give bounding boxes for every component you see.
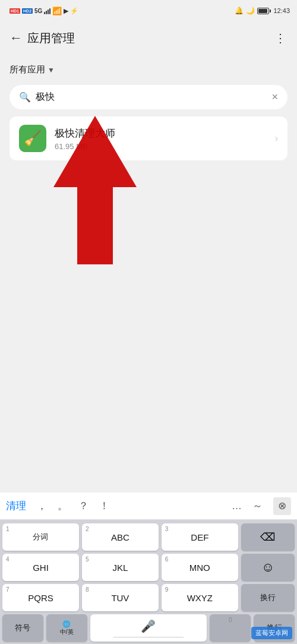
search-box[interactable]: 🔍 极快 × [10,85,287,109]
suggestion-bar: 清理 ， 。 ？ ！ … ～ ⊗ [0,493,297,520]
key-wxyz-label: WXYZ [187,593,213,603]
key-num-2: 2 [86,526,89,532]
enter-right-label: 换行 [260,592,276,603]
key-abc-label: ABC [111,532,129,542]
keyboard-rows: 1 分词 2 ABC 3 DEF ⌫ 4 GHI 5 JKL [0,520,297,644]
key-emoji[interactable]: ☺ [241,554,295,581]
lang-icon: 🌐 [62,620,71,628]
filter-row[interactable]: 所有应用 ▼ [10,59,287,80]
key-row-2: 4 GHI 5 JKL 6 MNO ☺ [2,554,295,581]
key-wxyz[interactable]: 9 WXYZ [162,584,238,611]
key-fenchi-label: 分词 [33,532,48,542]
space-underline [113,637,184,637]
clock: 12:43 [273,7,290,14]
search-clear-button[interactable]: × [271,91,278,103]
key-fenchi[interactable]: 1 分词 [2,523,79,551]
network-indicator: 5G [34,8,42,14]
status-right: 🔔 🌙 12:43 [235,7,290,15]
emoji-icon: ☺ [261,560,274,575]
key-zero[interactable]: 0 [210,614,251,642]
bell-icon: 🔔 [235,7,244,15]
hd2-badge: HD2 [22,8,33,14]
back-button[interactable]: ← [10,30,23,46]
key-num-1: 1 [6,526,10,532]
lang-label: 中/英 [60,628,74,636]
key-num-6: 6 [165,556,169,563]
bluetooth-icon: ⚡ [70,7,78,15]
content-area: 所有应用 ▼ 🔍 极快 × 🧹 极快清理大师 61.95 MB › [0,55,297,165]
key-pqrs-label: PQRS [28,593,53,603]
suggestion-main[interactable]: 清理 [6,499,26,513]
key-lang-switch[interactable]: 🌐 中/英 [46,614,87,642]
symbol-label: 符号 [15,623,30,633]
mic-icon: 🎤 [141,619,156,633]
filter-arrow-icon: ▼ [48,66,55,74]
status-left: HD1 HD2 5G 📶 ▶ ⚡ [10,7,78,15]
key-num-0: 0 [229,617,232,623]
key-def-label: DEF [191,532,208,542]
filter-label: 所有应用 ▼ [10,64,55,75]
key-symbol[interactable]: 符号 [2,614,43,642]
keyboard-container: 清理 ， 。 ？ ！ … ～ ⊗ 1 分词 2 ABC 3 DEF ⌫ [0,493,297,644]
key-num-5: 5 [86,556,89,563]
key-def[interactable]: 3 DEF [162,523,238,551]
search-icon: 🔍 [19,91,31,103]
key-enter-right[interactable]: 换行 [241,584,295,611]
key-space[interactable]: 🎤 [90,614,207,642]
key-abc[interactable]: 2 ABC [82,523,159,551]
app-size: 61.95 MB [55,142,275,151]
key-tuv[interactable]: 8 TUV [82,584,159,611]
key-num-3: 3 [165,526,169,532]
key-backspace[interactable]: ⌫ [241,523,295,551]
suggestion-comma[interactable]: ， [37,499,47,513]
more-button[interactable]: ⋮ [274,31,287,45]
key-row-1: 1 分词 2 ABC 3 DEF ⌫ [2,523,295,551]
status-bar: HD1 HD2 5G 📶 ▶ ⚡ 🔔 🌙 12:43 [0,0,297,21]
app-name: 极快清理大师 [55,127,275,140]
app-icon: 🧹 [19,125,46,152]
backspace-icon: ⌫ [260,531,275,544]
suggestion-exclaim[interactable]: ！ [99,499,109,513]
key-mno-label: MNO [189,563,210,573]
music-icon: ▶ [64,7,68,15]
key-tuv-label: TUV [111,593,129,603]
key-ghi[interactable]: 4 GHI [2,554,79,581]
key-row-3: 7 PQRS 8 TUV 9 WXYZ 换行 [2,584,295,611]
hd1-badge: HD1 [10,8,20,14]
key-pqrs[interactable]: 7 PQRS [2,584,79,611]
key-num-9: 9 [165,586,169,593]
signal-bars [44,7,50,14]
app-bar: ← 应用管理 ⋮ [0,21,297,55]
wifi-indicator: 📶 [52,7,62,15]
suggestion-delete-button[interactable]: ⊗ [273,497,291,515]
battery-icon [257,8,271,14]
key-num-4: 4 [6,556,10,563]
page-title: 应用管理 [27,30,274,46]
key-num-7: 7 [6,586,10,593]
suggestion-period[interactable]: 。 [58,499,68,513]
key-jkl-label: JKL [112,563,128,573]
app-list-item[interactable]: 🧹 极快清理大师 61.95 MB › [10,116,287,160]
suggestion-question[interactable]: ？ [78,499,89,513]
app-chevron-icon: › [275,133,278,144]
key-num-8: 8 [86,586,89,593]
key-jkl[interactable]: 5 JKL [82,554,159,581]
key-mno[interactable]: 6 MNO [162,554,238,581]
key-ghi-label: GHI [33,563,49,573]
app-info: 极快清理大师 61.95 MB [55,127,275,151]
search-input[interactable]: 极快 [36,91,271,103]
watermark: 蓝莓安卓网 [251,627,292,639]
suggestion-ellipsis[interactable]: … [232,500,242,512]
suggestion-tilde[interactable]: ～ [252,499,263,513]
app-icon-image: 🧹 [24,130,42,147]
app-list: 🧹 极快清理大师 61.95 MB › [10,116,287,160]
moon-icon: 🌙 [246,7,255,15]
